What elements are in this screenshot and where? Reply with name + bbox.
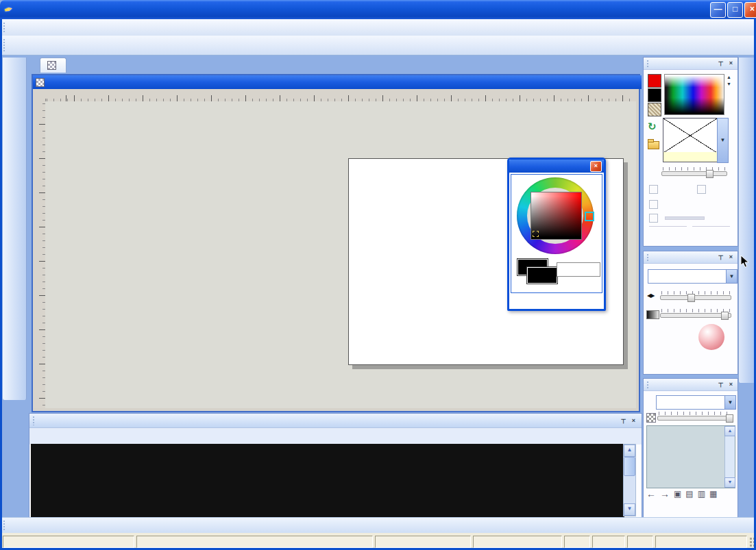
styles-panel-header[interactable]: ⊥ × bbox=[29, 414, 642, 428]
saturation-value-square[interactable] bbox=[531, 192, 582, 240]
close-icon[interactable]: × bbox=[629, 416, 638, 425]
bevel-width-icon: ◀▶ bbox=[647, 292, 654, 299]
prev-object-icon[interactable]: ← bbox=[646, 488, 656, 499]
transparent-checkbox-row bbox=[649, 200, 661, 209]
hue-wheel[interactable] bbox=[517, 177, 594, 254]
layers-panel: ⊥ × ▼ ▲ ▼ ← → ▣ ▤ ▥ ▦ bbox=[643, 378, 738, 518]
dialog-body bbox=[511, 174, 602, 293]
rgb-value-field[interactable] bbox=[557, 262, 600, 277]
close-icon[interactable]: × bbox=[727, 253, 735, 262]
chevron-down-icon[interactable]: ▼ bbox=[724, 396, 735, 409]
close-button[interactable]: × bbox=[744, 2, 756, 18]
bevel-panel-header[interactable]: ⊥ × bbox=[644, 251, 737, 264]
scroll-up-icon[interactable]: ▲ bbox=[624, 445, 635, 457]
next-object-icon[interactable]: → bbox=[660, 488, 670, 499]
styles-panel: ⊥ × ▲ ▼ bbox=[29, 413, 642, 518]
texture-preview-label bbox=[663, 152, 718, 162]
menu-bar bbox=[0, 19, 756, 36]
texture-grid bbox=[31, 444, 624, 518]
drag-grip[interactable] bbox=[32, 416, 36, 425]
ruler-corner bbox=[33, 89, 46, 102]
drag-grip[interactable] bbox=[646, 60, 650, 67]
document-icon bbox=[36, 78, 45, 87]
transparent-checkbox[interactable] bbox=[649, 200, 658, 209]
status-spare-1 bbox=[564, 536, 590, 548]
screen-checkbox-row bbox=[649, 185, 661, 194]
close-icon[interactable]: × bbox=[727, 380, 735, 389]
chevron-down-icon[interactable]: ▼ bbox=[726, 270, 737, 283]
status-message bbox=[3, 536, 134, 548]
dialog-title-bar[interactable]: × bbox=[509, 160, 604, 173]
screen-checkbox[interactable] bbox=[649, 185, 658, 194]
texture-dropdown-button[interactable]: ▼ bbox=[717, 118, 729, 163]
fb-checkbox[interactable] bbox=[697, 185, 706, 194]
pin-icon[interactable]: ⊥ bbox=[716, 59, 725, 68]
threed-checkbox[interactable] bbox=[649, 214, 658, 223]
npr-group-label bbox=[649, 226, 730, 229]
mouse-cursor bbox=[740, 255, 750, 271]
drag-grip[interactable] bbox=[646, 253, 650, 261]
refresh-icon[interactable]: ↻ bbox=[648, 121, 657, 133]
pin-icon[interactable]: ⊥ bbox=[619, 416, 628, 425]
color-spectrum[interactable] bbox=[664, 74, 724, 115]
num-lock-indicator bbox=[592, 536, 625, 548]
color-wheel-dialog: × bbox=[507, 158, 606, 311]
spectrum-spinner[interactable]: ▲▼ bbox=[727, 74, 731, 88]
bevel-preset-select[interactable]: ▼ bbox=[648, 269, 737, 284]
layers-toolbar: ← → ▣ ▤ ▥ ▦ bbox=[646, 488, 717, 499]
drag-grip[interactable] bbox=[3, 38, 6, 52]
close-icon[interactable]: × bbox=[727, 59, 735, 68]
pin-icon[interactable]: ⊥ bbox=[716, 380, 725, 389]
scrollbar-thumb[interactable] bbox=[624, 457, 635, 476]
light-direction-sphere[interactable] bbox=[698, 324, 724, 350]
pin-icon[interactable]: ⊥ bbox=[716, 253, 725, 262]
opacity-slider[interactable] bbox=[661, 167, 727, 177]
layers-list[interactable]: ▲ ▼ bbox=[646, 425, 735, 488]
close-button[interactable]: × bbox=[590, 161, 602, 172]
color-panel-header[interactable]: ⊥ × bbox=[644, 58, 737, 70]
tool-palette bbox=[3, 58, 27, 400]
app-icon: ✒ bbox=[3, 3, 14, 17]
color-panel: ⊥ × ▲▼ ↻ ▼ bbox=[643, 57, 738, 247]
layers-scrollbar[interactable]: ▲ ▼ bbox=[724, 426, 735, 488]
layer-opacity-slider[interactable] bbox=[657, 412, 731, 421]
scroll-down-icon[interactable]: ▼ bbox=[624, 503, 635, 516]
maximize-button[interactable]: □ bbox=[727, 2, 743, 18]
texture-swatch[interactable] bbox=[648, 103, 661, 116]
foreground-color-swatch[interactable] bbox=[648, 74, 661, 88]
spin-up-icon[interactable]: ▲ bbox=[727, 74, 731, 81]
bevel-depth-slider[interactable] bbox=[660, 309, 731, 318]
document-tab[interactable] bbox=[40, 58, 66, 73]
sv-marker[interactable] bbox=[533, 231, 539, 237]
spin-down-icon[interactable]: ▼ bbox=[727, 81, 731, 88]
layer-opacity-icon bbox=[646, 413, 656, 423]
document-icon bbox=[47, 61, 56, 70]
to-back-icon[interactable]: ▦ bbox=[709, 489, 717, 499]
current-color-swatch[interactable] bbox=[526, 266, 558, 284]
texture-preview[interactable] bbox=[663, 118, 718, 153]
secondary-color-swatch[interactable] bbox=[648, 88, 661, 102]
drag-grip[interactable] bbox=[3, 22, 6, 34]
title-bar: ✒ — □ × bbox=[0, 0, 756, 19]
drag-grip[interactable] bbox=[646, 381, 650, 388]
main-toolbar bbox=[0, 36, 756, 55]
minimize-button[interactable]: — bbox=[710, 2, 726, 18]
fb-checkbox-row bbox=[697, 185, 709, 194]
bevel-panel-tabs bbox=[644, 373, 742, 374]
bevel-width-slider[interactable] bbox=[660, 291, 731, 301]
raise-object-icon[interactable]: ▣ bbox=[674, 489, 681, 499]
blend-mode-select[interactable]: ▼ bbox=[656, 395, 736, 410]
bevel-depth-icon bbox=[646, 310, 659, 319]
scroll-down-icon[interactable]: ▼ bbox=[724, 477, 735, 488]
horizontal-ruler bbox=[45, 89, 636, 102]
threed-slider bbox=[665, 216, 705, 220]
layers-panel-header[interactable]: ⊥ × bbox=[644, 379, 737, 391]
open-texture-icon[interactable] bbox=[648, 141, 659, 149]
scroll-up-icon[interactable]: ▲ bbox=[724, 426, 735, 436]
styles-scrollbar[interactable]: ▲ ▼ bbox=[623, 444, 636, 516]
lower-object-icon[interactable]: ▤ bbox=[685, 489, 693, 499]
drag-grip[interactable] bbox=[3, 520, 6, 531]
to-front-icon[interactable]: ▥ bbox=[698, 489, 705, 499]
hue-marker[interactable] bbox=[585, 212, 594, 221]
document-title-bar[interactable] bbox=[33, 75, 642, 89]
